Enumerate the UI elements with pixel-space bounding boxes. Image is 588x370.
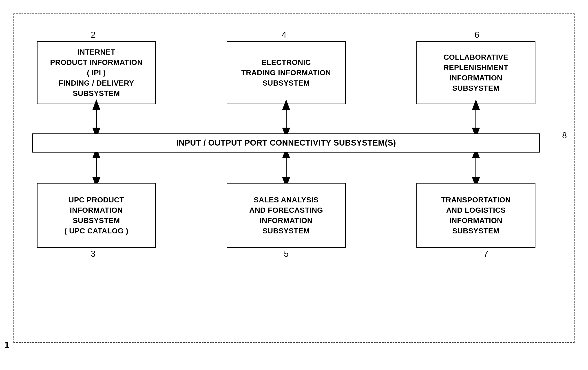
box-transport-label: TRANSPORTATION AND LOGISTICS INFORMATION… xyxy=(441,195,511,236)
label-outer-ref: 1 xyxy=(4,340,9,350)
box-upc: UPC PRODUCT INFORMATION SUBSYSTEM ( UPC … xyxy=(37,183,156,248)
box-transport: TRANSPORTATION AND LOGISTICS INFORMATION… xyxy=(416,183,536,248)
ref-label-5: 5 xyxy=(284,249,289,259)
box-sales-label: SALES ANALYSIS AND FORECASTING INFORMATI… xyxy=(249,195,323,236)
outer-container: 2 4 6 8 3 5 7 INTERNET PRODUCT INFORMATI… xyxy=(13,13,575,343)
page: 2 4 6 8 3 5 7 INTERNET PRODUCT INFORMATI… xyxy=(0,0,588,370)
ref-label-3: 3 xyxy=(91,249,95,259)
box-connectivity-label: INPUT / OUTPUT PORT CONNECTIVITY SUBSYST… xyxy=(176,137,396,148)
box-connectivity: INPUT / OUTPUT PORT CONNECTIVITY SUBSYST… xyxy=(32,133,540,153)
ref-label-6: 6 xyxy=(475,30,479,40)
ref-label-2: 2 xyxy=(91,30,95,40)
ref-label-8: 8 xyxy=(562,131,567,140)
ref-label-4: 4 xyxy=(282,30,286,40)
box-cris-label: COLLABORATIVE REPLENISHMENT INFORMATION … xyxy=(444,52,508,94)
box-ipi-label: INTERNET PRODUCT INFORMATION ( IPI ) FIN… xyxy=(50,47,143,99)
box-etis-label: ELECTRONIC TRADING INFORMATION SUBSYSTEM xyxy=(241,57,331,88)
ref-label-7: 7 xyxy=(483,249,488,259)
box-etis: ELECTRONIC TRADING INFORMATION SUBSYSTEM xyxy=(227,41,346,104)
box-upc-label: UPC PRODUCT INFORMATION SUBSYSTEM ( UPC … xyxy=(64,195,128,236)
diagram: 2 4 6 8 3 5 7 INTERNET PRODUCT INFORMATI… xyxy=(32,23,540,329)
box-sales: SALES ANALYSIS AND FORECASTING INFORMATI… xyxy=(227,183,346,248)
box-ipi: INTERNET PRODUCT INFORMATION ( IPI ) FIN… xyxy=(37,41,156,104)
box-cris: COLLABORATIVE REPLENISHMENT INFORMATION … xyxy=(416,41,536,104)
